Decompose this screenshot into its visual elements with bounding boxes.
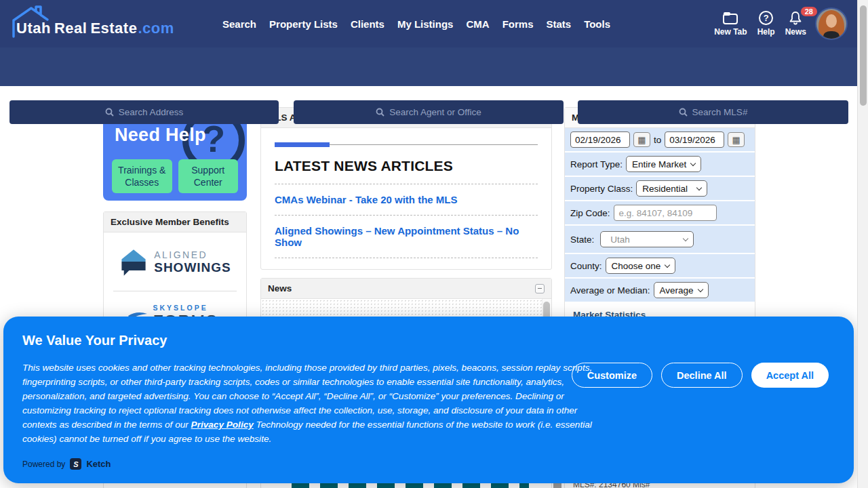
- decline-all-button[interactable]: Decline All: [661, 363, 743, 388]
- county-select[interactable]: Choose one: [606, 258, 676, 274]
- agent-office-search-placeholder: Search Agent or Office: [389, 107, 481, 117]
- privacy-banner-title: We Value Your Privacy: [22, 333, 167, 348]
- mls-search-placeholder: Search MLS#: [692, 107, 748, 117]
- property-class-label: Property Class:: [570, 184, 633, 194]
- news-header: News: [261, 279, 551, 299]
- collapse-icon[interactable]: [535, 284, 545, 293]
- need-help-title: Need Help: [115, 125, 206, 146]
- nav-tools[interactable]: Tools: [584, 18, 610, 30]
- average-median-row: Average or Median: Average: [565, 279, 755, 303]
- dashed-divider: [275, 215, 538, 216]
- search-icon: [679, 108, 688, 117]
- showings-word: SHOWINGS: [154, 260, 231, 275]
- header-actions: New Tab ? Help 28 News: [714, 0, 846, 47]
- news-article-link-1[interactable]: CMAs Webinar - Take 20 with the MLS: [275, 194, 538, 205]
- calendar-icon: ▦: [732, 135, 741, 145]
- property-class-select[interactable]: Residential: [636, 180, 707, 197]
- logo-com: .com: [138, 20, 174, 37]
- news-label: News: [785, 27, 806, 37]
- ketch-logo-icon: S: [70, 458, 81, 470]
- page-scrollbar[interactable]: [857, 0, 868, 488]
- house-icon: [8, 4, 56, 39]
- powered-by-label: Powered by: [22, 460, 65, 469]
- dashed-divider: [275, 258, 538, 258]
- zip-code-placeholder: e.g. 84107, 84109: [619, 208, 693, 218]
- nav-my-listings[interactable]: My Listings: [397, 18, 454, 30]
- chevron-down-icon: [690, 160, 696, 165]
- scrollbar-fragment: [553, 483, 561, 488]
- chevron-down-icon: [697, 286, 703, 291]
- nav-search[interactable]: Search: [222, 18, 256, 30]
- zip-code-row: Zip Code: e.g. 84107, 84109: [565, 201, 755, 226]
- county-label: County:: [570, 261, 602, 271]
- powered-by-ketch[interactable]: Powered by S Ketch: [22, 458, 111, 470]
- chevron-down-icon: [665, 262, 670, 267]
- new-tab-icon: [722, 12, 738, 25]
- agent-office-search-input[interactable]: Search Agent or Office: [294, 100, 564, 124]
- nav-cma[interactable]: CMA: [466, 18, 489, 30]
- market-statistics-form: 02/19/2026 ▦ to 03/19/2026 ▦ Report Type…: [565, 128, 755, 303]
- address-search-input[interactable]: Search Address: [9, 100, 279, 124]
- progress-indicator: [275, 142, 538, 147]
- aligned-showings-logo[interactable]: ALIGNED SHOWINGS: [104, 232, 246, 291]
- support-center-button[interactable]: Support Center: [178, 159, 239, 193]
- help-label: Help: [757, 27, 775, 37]
- member-benefits-header: Exclusive Member Benefits: [104, 212, 246, 232]
- address-search-placeholder: Search Address: [119, 107, 183, 117]
- help-icon: ?: [759, 11, 773, 25]
- report-type-label: Report Type:: [570, 159, 623, 169]
- user-avatar[interactable]: [816, 9, 846, 39]
- main-nav: Search Property Lists Clients My Listing…: [222, 0, 610, 47]
- aligned-showings-icon: [119, 247, 149, 277]
- privacy-policy-link[interactable]: Privacy Policy: [191, 420, 254, 430]
- cookie-consent-banner: We Value Your Privacy This website uses …: [3, 317, 854, 483]
- member-benefits-title: Exclusive Member Benefits: [111, 217, 229, 227]
- mls-search-input[interactable]: Search MLS#: [578, 100, 848, 124]
- news-count-badge: 28: [801, 7, 817, 16]
- average-median-label: Average or Median:: [570, 285, 650, 296]
- nav-stats[interactable]: Stats: [546, 18, 571, 30]
- chevron-down-icon: [696, 184, 702, 190]
- nav-clients[interactable]: Clients: [351, 18, 384, 30]
- report-type-row: Report Type: Entire Market: [565, 152, 755, 177]
- accept-all-button[interactable]: Accept All: [751, 363, 829, 388]
- average-median-select[interactable]: Average: [654, 282, 709, 298]
- state-label: State:: [570, 235, 594, 245]
- aligned-word: ALIGNED: [154, 249, 231, 260]
- site-logo[interactable]: UtahRealEstate.com: [9, 7, 174, 41]
- top-navigation-bar: UtahRealEstate.com Search Property Lists…: [0, 0, 857, 47]
- customize-button[interactable]: Customize: [572, 363, 652, 388]
- date-to-input[interactable]: 03/19/2026: [665, 131, 724, 148]
- new-tab-button[interactable]: New Tab: [714, 12, 747, 37]
- search-icon: [105, 108, 114, 117]
- calendar-button[interactable]: ▦: [728, 132, 745, 147]
- calendar-button[interactable]: ▦: [633, 132, 650, 147]
- date-separator: to: [654, 135, 661, 145]
- dashed-divider: [275, 184, 538, 184]
- latest-news-heading: LATEST NEWS ARTICLES: [275, 158, 538, 174]
- search-icon: [376, 108, 384, 117]
- nav-forms[interactable]: Forms: [502, 18, 534, 30]
- clipped-news-headline: [292, 483, 529, 488]
- state-row: State: Utah: [565, 226, 755, 254]
- help-button[interactable]: ? Help: [757, 11, 775, 37]
- new-tab-label: New Tab: [714, 27, 747, 37]
- calendar-icon: ▦: [637, 135, 646, 145]
- page-scrollbar-thumb[interactable]: [860, 5, 867, 106]
- trainings-classes-button[interactable]: Trainings & Classes: [112, 159, 172, 193]
- zip-code-input[interactable]: e.g. 84107, 84109: [614, 205, 717, 221]
- news-title: News: [268, 283, 292, 293]
- report-type-select[interactable]: Entire Market: [626, 156, 701, 172]
- property-class-row: Property Class: Residential: [565, 177, 755, 201]
- mls-announcements-panel: MLS Announcements LATEST NEWS ARTICLES C…: [260, 107, 552, 270]
- chevron-down-icon: [683, 235, 688, 241]
- skyslope-word: SKYSLOPE: [153, 304, 223, 312]
- date-from-input[interactable]: 02/19/2026: [570, 131, 630, 148]
- county-row: County: Choose one: [565, 254, 755, 279]
- nav-property-lists[interactable]: Property Lists: [269, 18, 338, 30]
- banner-buttons: Customize Decline All Accept All: [572, 363, 829, 388]
- news-article-link-2[interactable]: Aligned Showings – New Appointment Statu…: [275, 225, 538, 248]
- news-button[interactable]: 28 News: [785, 11, 806, 37]
- zip-code-label: Zip Code:: [570, 208, 610, 218]
- state-select[interactable]: Utah: [600, 231, 694, 247]
